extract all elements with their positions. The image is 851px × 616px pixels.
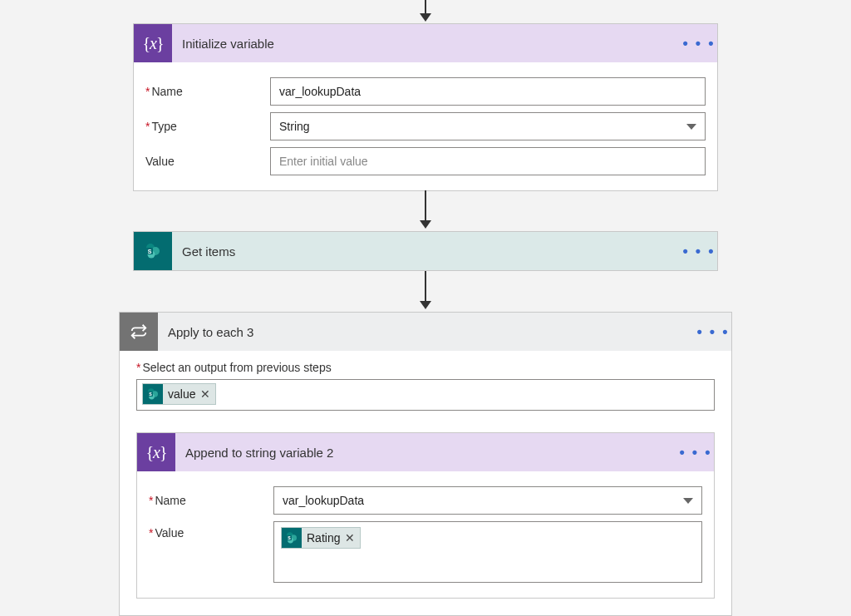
type-select[interactable]: String	[270, 112, 706, 140]
card-body: *Name var_lookupData *Value S Rating ✕	[137, 471, 714, 598]
svg-text:S: S	[148, 249, 152, 254]
variable-icon: {x}	[134, 24, 172, 62]
connector-arrow	[420, 190, 431, 229]
ellipsis-icon: • • •	[683, 35, 716, 52]
card-menu-button[interactable]: • • •	[681, 243, 717, 260]
card-header[interactable]: {x} Initialize variable • • •	[134, 24, 717, 62]
card-append-to-string: {x} Append to string variable 2 • • • *N…	[136, 432, 715, 599]
ellipsis-icon: • • •	[697, 323, 730, 341]
field-row-name: *Name var_lookupData	[149, 486, 702, 515]
field-row-name: *Name var_lookupData	[145, 77, 706, 106]
field-label: *Type	[145, 120, 270, 133]
token-label: value	[168, 387, 195, 401]
card-title: Initialize variable	[172, 37, 681, 51]
ellipsis-icon: • • •	[680, 444, 712, 461]
sharepoint-icon: S	[143, 384, 163, 404]
field-row-type: *Type String	[145, 112, 706, 140]
card-title: Apply to each 3	[158, 325, 695, 339]
field-row-value: *Value S Rating ✕	[149, 521, 702, 583]
name-select[interactable]: var_lookupData	[273, 486, 702, 515]
card-initialize-variable: {x} Initialize variable • • • *Name var_…	[133, 23, 718, 191]
token-remove-icon[interactable]: ✕	[345, 531, 355, 545]
select-output-label: *Select an output from previous steps	[136, 361, 715, 374]
dynamic-token-value[interactable]: S value ✕	[142, 383, 216, 405]
card-body: *Select an output from previous steps S …	[120, 361, 731, 615]
sharepoint-icon: S	[282, 528, 302, 548]
connector-arrow	[420, 0, 431, 22]
sharepoint-icon: S	[134, 232, 172, 270]
loop-icon	[120, 313, 158, 351]
ellipsis-icon: • • •	[683, 243, 716, 260]
svg-text:S: S	[288, 535, 291, 540]
field-label: Value	[145, 155, 270, 168]
name-input[interactable]: var_lookupData	[270, 77, 706, 106]
card-menu-button[interactable]: • • •	[677, 444, 714, 461]
card-menu-button[interactable]: • • •	[695, 323, 731, 341]
select-output-input[interactable]: S value ✕	[136, 379, 715, 411]
dynamic-token-rating[interactable]: S Rating ✕	[281, 527, 361, 549]
card-apply-to-each: Apply to each 3 • • • *Select an output …	[119, 312, 732, 616]
card-header[interactable]: Apply to each 3 • • •	[120, 313, 731, 351]
field-label: *Name	[149, 494, 273, 507]
field-label: *Value	[149, 521, 273, 540]
value-input[interactable]: S Rating ✕	[273, 521, 702, 583]
field-row-value: Value Enter initial value	[145, 147, 706, 175]
card-header[interactable]: S Get items • • •	[134, 232, 717, 270]
card-menu-button[interactable]: • • •	[681, 35, 717, 52]
svg-text:S: S	[149, 392, 152, 397]
flow-canvas: {x} Initialize variable • • • *Name var_…	[0, 0, 851, 616]
value-input[interactable]: Enter initial value	[270, 147, 706, 175]
token-label: Rating	[307, 531, 340, 545]
field-label: *Name	[145, 85, 270, 98]
card-title: Append to string variable 2	[175, 446, 677, 460]
variable-icon: {x}	[137, 433, 175, 471]
connector-arrow	[420, 271, 431, 309]
card-header[interactable]: {x} Append to string variable 2 • • •	[137, 433, 714, 471]
token-remove-icon[interactable]: ✕	[200, 387, 210, 401]
card-title: Get items	[172, 244, 681, 259]
card-get-items: S Get items • • •	[133, 231, 718, 271]
card-body: *Name var_lookupData *Type String Value …	[134, 62, 717, 190]
